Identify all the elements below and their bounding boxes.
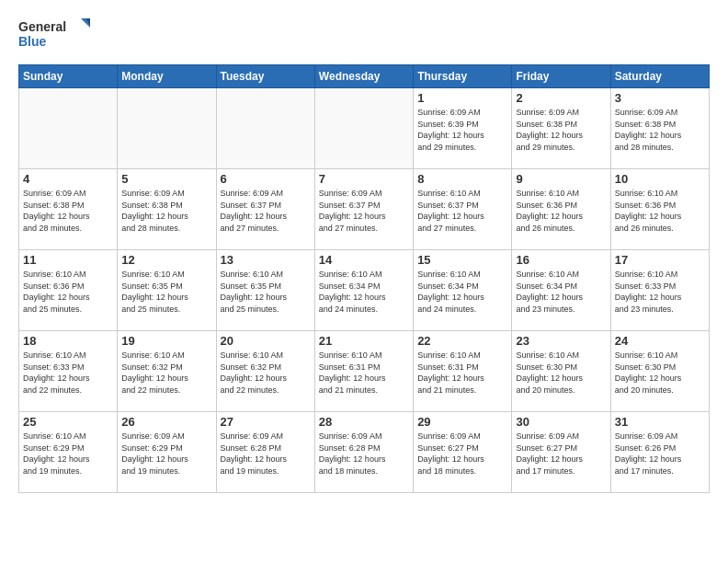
calendar-cell xyxy=(314,88,413,169)
calendar-cell: 26Sunrise: 6:09 AM Sunset: 6:29 PM Dayli… xyxy=(118,412,216,493)
calendar-page: General Blue SundayMondayTuesdayWednesda… xyxy=(0,0,728,563)
calendar-cell: 25Sunrise: 6:10 AM Sunset: 6:29 PM Dayli… xyxy=(19,412,118,493)
calendar-cell: 13Sunrise: 6:10 AM Sunset: 6:35 PM Dayli… xyxy=(216,250,314,331)
weekday-header: Monday xyxy=(118,65,216,88)
day-number: 7 xyxy=(319,172,409,186)
day-info: Sunrise: 6:10 AM Sunset: 6:29 PM Dayligh… xyxy=(23,431,113,477)
calendar-cell: 8Sunrise: 6:10 AM Sunset: 6:37 PM Daylig… xyxy=(414,169,512,250)
svg-text:General: General xyxy=(18,19,66,34)
day-info: Sunrise: 6:10 AM Sunset: 6:33 PM Dayligh… xyxy=(23,350,113,396)
day-info: Sunrise: 6:09 AM Sunset: 6:38 PM Dayligh… xyxy=(121,188,211,234)
calendar-week-row: 1Sunrise: 6:09 AM Sunset: 6:39 PM Daylig… xyxy=(19,88,710,169)
calendar-cell: 4Sunrise: 6:09 AM Sunset: 6:38 PM Daylig… xyxy=(19,169,118,250)
day-number: 10 xyxy=(615,172,705,186)
calendar-week-row: 4Sunrise: 6:09 AM Sunset: 6:38 PM Daylig… xyxy=(19,169,710,250)
svg-text:Blue: Blue xyxy=(18,34,47,49)
calendar-cell xyxy=(19,88,118,169)
calendar-cell: 24Sunrise: 6:10 AM Sunset: 6:30 PM Dayli… xyxy=(610,331,709,412)
weekday-header: Saturday xyxy=(610,65,709,88)
day-number: 17 xyxy=(615,253,705,267)
calendar-cell: 3Sunrise: 6:09 AM Sunset: 6:38 PM Daylig… xyxy=(610,88,709,169)
calendar-cell: 28Sunrise: 6:09 AM Sunset: 6:28 PM Dayli… xyxy=(314,412,413,493)
calendar-cell: 18Sunrise: 6:10 AM Sunset: 6:33 PM Dayli… xyxy=(19,331,118,412)
calendar-cell: 19Sunrise: 6:10 AM Sunset: 6:32 PM Dayli… xyxy=(118,331,216,412)
day-number: 31 xyxy=(615,415,705,429)
day-number: 19 xyxy=(121,334,211,348)
weekday-header: Sunday xyxy=(19,65,118,88)
day-info: Sunrise: 6:09 AM Sunset: 6:39 PM Dayligh… xyxy=(417,107,507,153)
day-number: 24 xyxy=(615,334,705,348)
day-info: Sunrise: 6:10 AM Sunset: 6:32 PM Dayligh… xyxy=(221,350,311,396)
day-number: 25 xyxy=(23,415,113,429)
day-number: 30 xyxy=(516,415,606,429)
calendar-cell: 31Sunrise: 6:09 AM Sunset: 6:26 PM Dayli… xyxy=(610,412,709,493)
calendar-cell: 7Sunrise: 6:09 AM Sunset: 6:37 PM Daylig… xyxy=(314,169,413,250)
day-number: 16 xyxy=(516,253,606,267)
calendar-table: SundayMondayTuesdayWednesdayThursdayFrid… xyxy=(18,64,710,493)
calendar-cell: 20Sunrise: 6:10 AM Sunset: 6:32 PM Dayli… xyxy=(216,331,314,412)
day-number: 14 xyxy=(319,253,409,267)
day-info: Sunrise: 6:10 AM Sunset: 6:34 PM Dayligh… xyxy=(417,269,507,315)
calendar-week-row: 18Sunrise: 6:10 AM Sunset: 6:33 PM Dayli… xyxy=(19,331,710,412)
logo: General Blue xyxy=(18,15,92,55)
day-number: 23 xyxy=(516,334,606,348)
day-number: 13 xyxy=(221,253,311,267)
calendar-cell: 14Sunrise: 6:10 AM Sunset: 6:34 PM Dayli… xyxy=(314,250,413,331)
day-number: 11 xyxy=(23,253,113,267)
day-info: Sunrise: 6:09 AM Sunset: 6:38 PM Dayligh… xyxy=(23,188,113,234)
calendar-cell: 30Sunrise: 6:09 AM Sunset: 6:27 PM Dayli… xyxy=(512,412,610,493)
calendar-cell: 16Sunrise: 6:10 AM Sunset: 6:34 PM Dayli… xyxy=(512,250,610,331)
day-info: Sunrise: 6:09 AM Sunset: 6:27 PM Dayligh… xyxy=(417,431,507,477)
day-info: Sunrise: 6:10 AM Sunset: 6:31 PM Dayligh… xyxy=(417,350,507,396)
day-info: Sunrise: 6:10 AM Sunset: 6:34 PM Dayligh… xyxy=(516,269,606,315)
day-number: 9 xyxy=(516,172,606,186)
day-number: 3 xyxy=(615,91,705,105)
day-info: Sunrise: 6:09 AM Sunset: 6:28 PM Dayligh… xyxy=(319,431,409,477)
day-info: Sunrise: 6:10 AM Sunset: 6:31 PM Dayligh… xyxy=(319,350,409,396)
day-info: Sunrise: 6:09 AM Sunset: 6:28 PM Dayligh… xyxy=(221,431,311,477)
calendar-cell: 22Sunrise: 6:10 AM Sunset: 6:31 PM Dayli… xyxy=(414,331,512,412)
day-info: Sunrise: 6:09 AM Sunset: 6:29 PM Dayligh… xyxy=(121,431,211,477)
day-number: 29 xyxy=(417,415,507,429)
calendar-cell xyxy=(118,88,216,169)
day-info: Sunrise: 6:09 AM Sunset: 6:37 PM Dayligh… xyxy=(221,188,311,234)
day-info: Sunrise: 6:10 AM Sunset: 6:37 PM Dayligh… xyxy=(417,188,507,234)
calendar-cell: 23Sunrise: 6:10 AM Sunset: 6:30 PM Dayli… xyxy=(512,331,610,412)
calendar-cell: 2Sunrise: 6:09 AM Sunset: 6:38 PM Daylig… xyxy=(512,88,610,169)
calendar-cell: 15Sunrise: 6:10 AM Sunset: 6:34 PM Dayli… xyxy=(414,250,512,331)
calendar-cell: 11Sunrise: 6:10 AM Sunset: 6:36 PM Dayli… xyxy=(19,250,118,331)
weekday-header: Friday xyxy=(512,65,610,88)
day-info: Sunrise: 6:10 AM Sunset: 6:34 PM Dayligh… xyxy=(319,269,409,315)
day-number: 2 xyxy=(516,91,606,105)
day-number: 27 xyxy=(221,415,311,429)
day-info: Sunrise: 6:10 AM Sunset: 6:35 PM Dayligh… xyxy=(221,269,311,315)
calendar-week-row: 25Sunrise: 6:10 AM Sunset: 6:29 PM Dayli… xyxy=(19,412,710,493)
calendar-cell: 29Sunrise: 6:09 AM Sunset: 6:27 PM Dayli… xyxy=(414,412,512,493)
day-info: Sunrise: 6:10 AM Sunset: 6:30 PM Dayligh… xyxy=(615,350,705,396)
day-info: Sunrise: 6:10 AM Sunset: 6:30 PM Dayligh… xyxy=(516,350,606,396)
day-info: Sunrise: 6:10 AM Sunset: 6:36 PM Dayligh… xyxy=(23,269,113,315)
calendar-week-row: 11Sunrise: 6:10 AM Sunset: 6:36 PM Dayli… xyxy=(19,250,710,331)
logo-svg: General Blue xyxy=(18,15,92,55)
day-number: 22 xyxy=(417,334,507,348)
day-info: Sunrise: 6:09 AM Sunset: 6:37 PM Dayligh… xyxy=(319,188,409,234)
day-number: 8 xyxy=(417,172,507,186)
calendar-cell: 1Sunrise: 6:09 AM Sunset: 6:39 PM Daylig… xyxy=(414,88,512,169)
day-number: 28 xyxy=(319,415,409,429)
calendar-cell: 10Sunrise: 6:10 AM Sunset: 6:36 PM Dayli… xyxy=(610,169,709,250)
day-number: 1 xyxy=(417,91,507,105)
day-number: 20 xyxy=(221,334,311,348)
day-number: 15 xyxy=(417,253,507,267)
day-number: 21 xyxy=(319,334,409,348)
calendar-cell: 27Sunrise: 6:09 AM Sunset: 6:28 PM Dayli… xyxy=(216,412,314,493)
day-info: Sunrise: 6:10 AM Sunset: 6:35 PM Dayligh… xyxy=(121,269,211,315)
weekday-header: Thursday xyxy=(414,65,512,88)
calendar-cell: 6Sunrise: 6:09 AM Sunset: 6:37 PM Daylig… xyxy=(216,169,314,250)
weekday-header: Wednesday xyxy=(314,65,413,88)
day-number: 26 xyxy=(121,415,211,429)
calendar-cell: 21Sunrise: 6:10 AM Sunset: 6:31 PM Dayli… xyxy=(314,331,413,412)
day-info: Sunrise: 6:10 AM Sunset: 6:32 PM Dayligh… xyxy=(121,350,211,396)
day-number: 18 xyxy=(23,334,113,348)
day-info: Sunrise: 6:10 AM Sunset: 6:36 PM Dayligh… xyxy=(615,188,705,234)
day-number: 4 xyxy=(23,172,113,186)
